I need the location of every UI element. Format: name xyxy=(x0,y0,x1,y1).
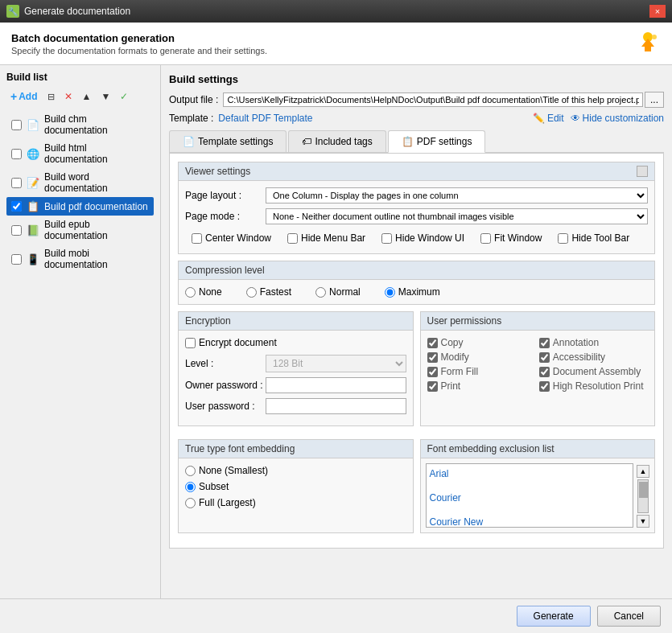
user-password-row: User password : xyxy=(185,398,406,414)
level-label: Level : xyxy=(185,358,266,369)
perm-form-fill-checkbox[interactable] xyxy=(427,367,438,377)
build-chm-label: Build chm documentation xyxy=(44,113,149,136)
close-button[interactable]: × xyxy=(649,5,666,18)
right-panel: Build settings Output file : ... Templat… xyxy=(161,65,672,598)
build-item-chm[interactable]: 📄 Build chm documentation xyxy=(6,110,154,139)
center-window-label: Center Window xyxy=(205,232,271,244)
hide-tool-bar-label: Hide Tool Bar xyxy=(571,232,629,244)
compression-fastest-radio[interactable] xyxy=(246,287,257,298)
hide-menu-bar-checkbox[interactable] xyxy=(287,233,298,244)
perm-document-assembly-label: Document Assembly xyxy=(553,366,641,377)
tab-content-pdf: Viewer settings Page layout : One Column… xyxy=(169,153,664,549)
build-html-label: Build html documentation xyxy=(44,142,149,165)
compression-maximum-radio[interactable] xyxy=(385,287,395,298)
check-all-button[interactable]: ✓ xyxy=(116,88,132,105)
edit-template-button[interactable]: ✏️ Edit xyxy=(533,113,564,124)
hide-window-ui-label: Hide Window UI xyxy=(395,232,464,244)
font-embed-subset-radio[interactable] xyxy=(185,482,196,492)
perm-form-fill-label: Form Fill xyxy=(441,366,479,377)
build-item-pdf[interactable]: 📋 Build pdf documentation xyxy=(6,197,154,216)
build-pdf-checkbox[interactable] xyxy=(11,201,22,212)
font-exclusion-title: Font embedding exclusion list xyxy=(427,443,555,454)
perm-accessibility-checkbox[interactable] xyxy=(539,352,550,363)
build-word-checkbox[interactable] xyxy=(11,178,22,188)
font-scroll-up-button[interactable]: ▲ xyxy=(637,465,649,478)
output-file-input[interactable] xyxy=(223,92,643,107)
hide-tool-bar-checkbox[interactable] xyxy=(558,233,568,244)
move-up-button[interactable]: ▲ xyxy=(78,88,96,105)
output-file-label: Output file : xyxy=(169,94,218,105)
level-select[interactable]: 128 Bit xyxy=(266,355,406,372)
perm-modify-checkbox[interactable] xyxy=(427,352,438,363)
page-layout-label: Page layout : xyxy=(185,190,266,201)
build-epub-checkbox[interactable] xyxy=(11,225,22,236)
move-down-button[interactable]: ▼ xyxy=(97,88,114,105)
build-item-mobi[interactable]: 📱 Build mobi documentation xyxy=(6,245,154,273)
perm-annotation-label: Annotation xyxy=(553,337,599,348)
fit-window-item: Fit Window xyxy=(480,232,542,244)
eye-icon: 👁 xyxy=(571,113,580,124)
build-word-label: Build word documentation xyxy=(44,171,149,194)
user-password-input[interactable] xyxy=(266,398,406,414)
perm-annotation-checkbox[interactable] xyxy=(539,338,550,348)
encrypt-document-checkbox[interactable] xyxy=(185,338,196,348)
fit-window-checkbox[interactable] xyxy=(480,233,491,244)
build-html-checkbox[interactable] xyxy=(11,149,22,159)
perm-high-resolution-print-checkbox[interactable] xyxy=(539,381,550,392)
window-title: Generate documentation xyxy=(24,6,130,17)
tab-pdf-settings[interactable]: 📋 PDF settings xyxy=(388,130,486,153)
owner-password-input[interactable] xyxy=(266,377,406,393)
top-section: Batch documentation generation Specify t… xyxy=(0,23,672,65)
compression-none-radio[interactable] xyxy=(185,287,196,298)
center-window-checkbox[interactable] xyxy=(192,233,202,244)
section-heading: Batch documentation generation xyxy=(11,32,267,44)
build-item-html[interactable]: 🌐 Build html documentation xyxy=(6,139,154,168)
generate-button[interactable]: Generate xyxy=(517,606,591,627)
font-embedding-section: True type font embedding None (Smallest) xyxy=(178,439,414,533)
compression-fastest: Fastest xyxy=(246,286,291,298)
build-item-word[interactable]: 📝 Build word documentation xyxy=(6,168,154,197)
center-window-item: Center Window xyxy=(192,232,271,244)
font-embed-full-radio[interactable] xyxy=(185,498,196,508)
title-bar: 🔧 Generate documentation × xyxy=(0,0,672,23)
tab-included-tags[interactable]: 🏷 Included tags xyxy=(288,130,385,152)
pencil-icon: ✏️ xyxy=(533,113,545,124)
font-scroll-down-button[interactable]: ▼ xyxy=(637,515,649,528)
compression-normal-radio[interactable] xyxy=(315,287,326,298)
compression-none-label: None xyxy=(199,286,222,298)
perm-copy-checkbox[interactable] xyxy=(427,338,438,348)
svg-point-2 xyxy=(652,35,657,39)
hide-customization-button[interactable]: 👁 Hide customization xyxy=(571,113,664,124)
hide-window-ui-checkbox[interactable] xyxy=(381,233,392,244)
hide-menu-bar-label: Hide Menu Bar xyxy=(301,232,365,244)
restore-icon[interactable] xyxy=(637,166,648,177)
pdf-icon: 📋 xyxy=(27,200,39,212)
perm-print-checkbox[interactable] xyxy=(427,381,438,392)
build-item-epub[interactable]: 📗 Build epub documentation xyxy=(6,216,154,245)
perm-document-assembly-checkbox[interactable] xyxy=(539,367,550,377)
font-embed-none-radio[interactable] xyxy=(185,466,196,476)
user-password-label: User password : xyxy=(185,401,266,412)
perm-copy-label: Copy xyxy=(441,337,464,348)
page-layout-select[interactable]: One Column - Display the pages in one co… xyxy=(266,187,648,203)
font-scrollbar[interactable] xyxy=(637,479,649,513)
cancel-button[interactable]: Cancel xyxy=(597,606,661,627)
bottom-bar: Generate Cancel xyxy=(0,598,672,633)
build-mobi-checkbox[interactable] xyxy=(11,254,22,265)
level-row: Level : 128 Bit xyxy=(185,355,406,372)
delete-button[interactable]: ✕ xyxy=(60,88,76,105)
tab-template-settings[interactable]: 📄 Template settings xyxy=(169,130,287,152)
edit-toolbar-button[interactable]: ⊟ xyxy=(43,88,59,105)
template-link[interactable]: Default PDF Template xyxy=(218,113,312,124)
build-chm-checkbox[interactable] xyxy=(11,120,22,130)
down-arrow-icon: ▼ xyxy=(101,91,110,102)
compression-normal: Normal xyxy=(315,286,361,298)
browse-button[interactable]: ... xyxy=(645,92,664,108)
encrypt-permissions-row: Encryption Encrypt document Level : 128 … xyxy=(178,311,655,433)
build-settings-title: Build settings xyxy=(169,73,664,85)
page-mode-select[interactable]: None - Neither document outline not thum… xyxy=(266,208,648,224)
add-button[interactable]: + Add xyxy=(6,88,42,105)
encryption-title: Encryption xyxy=(185,315,231,327)
font-embed-subset: Subset xyxy=(185,481,406,492)
font-exclusion-list[interactable]: Arial Courier Courier New Times New Roma… xyxy=(426,463,634,528)
